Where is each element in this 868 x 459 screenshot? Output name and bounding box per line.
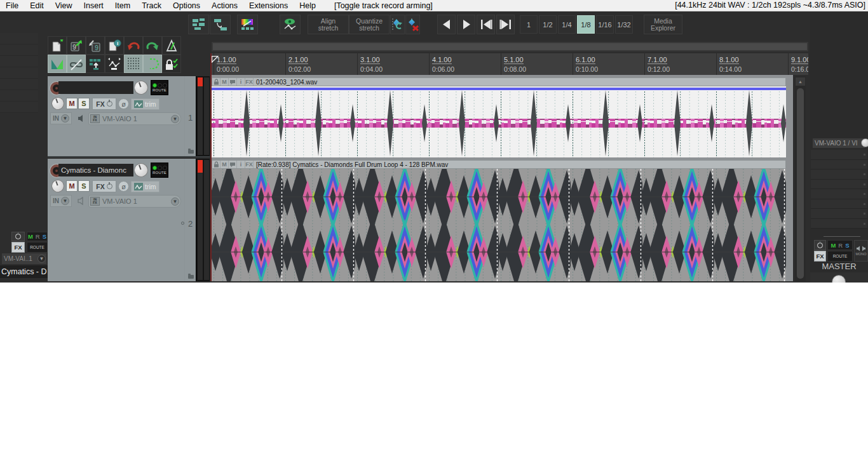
track-name-field[interactable] (58, 81, 133, 94)
quantize-stretch-button[interactable]: Quantize stretch (349, 15, 390, 34)
fx-button[interactable]: FX (92, 98, 116, 110)
folder-icon[interactable] (188, 275, 194, 279)
menu-view[interactable]: View (50, 1, 78, 10)
volume-knob[interactable] (132, 161, 150, 179)
locking-icon[interactable] (162, 55, 181, 73)
record-monitor-icon[interactable] (76, 196, 86, 206)
item-mute-badge[interactable]: M (220, 78, 229, 86)
master-mrs-buttons[interactable]: MRS (827, 240, 853, 250)
mixer-fx-button[interactable]: FX (11, 242, 25, 253)
mute-button[interactable]: M (66, 180, 78, 192)
metronome-icon[interactable] (162, 36, 181, 55)
mixer-mrs-buttons[interactable]: MRS (27, 232, 48, 241)
seek-forward-icon[interactable] (457, 15, 475, 34)
record-letter[interactable]: R (36, 233, 40, 240)
new-project-icon[interactable]: * (48, 36, 67, 55)
master-fx-power-button[interactable] (814, 240, 826, 250)
horizontal-scrollbar[interactable] (212, 42, 808, 51)
media-explorer-button[interactable]: Media Explorer (644, 15, 682, 34)
group-items-icon[interactable] (86, 55, 105, 73)
item-info-badge[interactable]: i (237, 78, 245, 86)
envelope-points-icon[interactable] (105, 55, 124, 73)
arrange-mirror-icon[interactable] (188, 15, 209, 34)
pan-knob[interactable] (50, 178, 66, 194)
pan-knob[interactable] (50, 95, 66, 112)
menu-options[interactable]: Options (167, 1, 206, 10)
menu-edit[interactable]: Edit (24, 1, 50, 10)
item-fx-badge[interactable]: FX (245, 161, 254, 168)
item-header[interactable]: M i FX [Rate:0.938] Cymatics - Diamonds … (212, 160, 786, 169)
master-fader-strip[interactable] (810, 272, 868, 283)
loop-points-icon[interactable] (143, 55, 162, 73)
master-knob[interactable] (832, 275, 846, 283)
route-button[interactable]: ROUTE (151, 80, 168, 95)
edit-cursor-flag[interactable] (212, 54, 219, 65)
solo-letter[interactable]: S (43, 233, 46, 240)
redo-icon[interactable] (143, 36, 162, 55)
menu-extensions[interactable]: Extensions (243, 1, 294, 10)
snap-grid-icon[interactable] (124, 55, 143, 73)
solo-letter[interactable]: S (845, 242, 849, 249)
menu-actions[interactable]: Actions (206, 1, 243, 10)
undo-icon[interactable] (124, 36, 143, 55)
arrange-duplicate-icon[interactable] (210, 15, 231, 34)
envelope-trim-button[interactable]: trim (131, 98, 159, 110)
scroll-up-arrow-icon[interactable]: ▲ (796, 77, 805, 86)
item-waveform[interactable] (212, 169, 786, 281)
master-mono-button[interactable]: MONO (854, 240, 868, 262)
input-fx-chain[interactable]: INFX VM-VAIO 1 ▼ (88, 195, 181, 208)
seek-back-icon[interactable] (437, 15, 456, 34)
edit-cursor[interactable] (210, 53, 212, 281)
go-to-start-icon[interactable] (477, 15, 495, 34)
media-item-1[interactable]: M i FX 01-200403_1204.wav (212, 77, 786, 157)
vscroll-thumb[interactable] (797, 88, 804, 279)
mixer-fx-power-button[interactable] (11, 232, 25, 241)
project-info-icon[interactable]: i (105, 36, 124, 55)
mixer-route-button[interactable]: ROUTE (27, 242, 48, 253)
track-panel-1[interactable]: ROUTE M S FX ø trim (48, 76, 210, 157)
auto-crossfade-icon[interactable] (48, 55, 67, 73)
record-monitor-icon[interactable] (76, 113, 86, 124)
phase-button[interactable]: ø (118, 98, 129, 109)
open-project-icon[interactable]: 9 (67, 36, 86, 55)
folder-icon[interactable] (188, 150, 194, 154)
grid-division-1-8[interactable]: 1/8 (577, 15, 595, 34)
input-button[interactable]: IN ▼ (50, 112, 72, 124)
mute-letter[interactable]: M (831, 242, 836, 249)
io-knob[interactable] (861, 138, 868, 147)
item-note-icon[interactable] (229, 161, 237, 168)
media-item-2[interactable]: M i FX [Rate:0.938] Cymatics - Diamonds … (212, 160, 786, 281)
solo-button[interactable]: S (78, 98, 90, 109)
chevron-down-icon[interactable]: ▼ (171, 197, 179, 206)
align-stretch-button[interactable]: Align stretch (308, 15, 349, 34)
save-project-icon[interactable]: 9 (86, 36, 105, 55)
solo-button[interactable]: S (78, 180, 90, 192)
item-fx-badge[interactable]: FX (245, 78, 254, 86)
item-note-icon[interactable] (229, 78, 237, 86)
mute-button[interactable]: M (66, 98, 78, 109)
stretch-marker-snap-icon[interactable] (390, 15, 405, 34)
grid-division-1-2[interactable]: 1/2 (539, 15, 557, 34)
fx-power-icon[interactable] (107, 101, 112, 107)
menu-help[interactable]: Help (294, 1, 322, 10)
volume-knob[interactable] (132, 79, 150, 96)
master-fx-button[interactable]: FX (814, 251, 826, 262)
theme-adjuster-icon[interactable] (237, 15, 258, 34)
item-mute-badge[interactable]: M (220, 161, 229, 168)
envelope-visibility-icon[interactable] (280, 15, 301, 34)
stretch-marker-remove-icon[interactable] (405, 15, 420, 34)
grid-division-1[interactable]: 1 (520, 15, 538, 34)
chevron-down-icon[interactable]: ▼ (61, 197, 69, 205)
chevron-down-icon[interactable]: ▼ (37, 255, 46, 263)
chevron-down-icon[interactable]: ▼ (61, 114, 69, 123)
go-to-end-icon[interactable] (496, 15, 515, 34)
item-waveform[interactable] (212, 86, 786, 157)
item-header[interactable]: M i FX 01-200403_1204.wav (212, 77, 786, 86)
master-route-button[interactable]: ROUTE (827, 251, 853, 262)
route-button[interactable]: ROUTE (151, 163, 168, 178)
grid-division-1-4[interactable]: 1/4 (558, 15, 576, 34)
hscroll-thumb[interactable] (213, 43, 807, 50)
mixer-output-dropdown[interactable]: VM-VAI..1 ▼ (2, 253, 46, 264)
timeline-ruler[interactable]: 1.1.000:00.002.1.000:02.003.1.000:04.004… (212, 53, 808, 75)
chevron-down-icon[interactable]: ▼ (171, 115, 179, 123)
